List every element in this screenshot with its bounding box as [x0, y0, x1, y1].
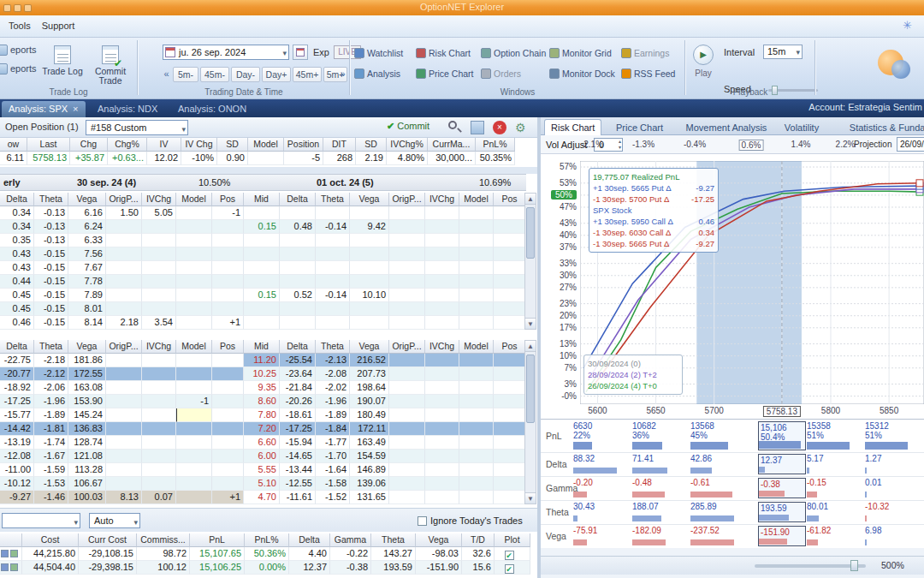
trading-date-input[interactable]: ju. 26 sep. 2024▾	[163, 45, 289, 60]
column-header[interactable]: Vega	[350, 340, 389, 354]
grid-cell[interactable]: -0.15	[34, 316, 68, 330]
grid-cell[interactable]	[389, 275, 425, 289]
grid-cell[interactable]	[212, 477, 244, 491]
grid-cell[interactable]	[494, 450, 526, 463]
grid-cell[interactable]	[425, 302, 459, 316]
grid-cell[interactable]	[280, 316, 316, 330]
time-step-Dayminus[interactable]: Day-	[231, 67, 260, 82]
grid-cell[interactable]: -2.06	[34, 381, 68, 395]
grid-cell[interactable]: -1.53	[34, 477, 68, 491]
grid-cell[interactable]: 0.34	[0, 206, 34, 220]
grid-cell[interactable]	[244, 316, 280, 330]
greek-cell[interactable]: 1.27	[865, 454, 913, 474]
time-step-45mplus[interactable]: 45m+	[293, 67, 322, 82]
grid-cell[interactable]: 207.73	[350, 367, 389, 381]
grid-cell[interactable]	[244, 275, 280, 289]
grid-cell[interactable]	[459, 367, 494, 381]
column-header[interactable]: Pos	[212, 193, 244, 206]
grid-cell[interactable]: -1.81	[34, 422, 68, 436]
grid-cell[interactable]	[459, 247, 494, 261]
column-header[interactable]: Chg%	[108, 138, 147, 152]
greek-cell[interactable]: -0.15	[807, 478, 855, 498]
grid-cell[interactable]	[389, 463, 425, 477]
window-toggle-option-chain[interactable]: Option Chain	[481, 48, 546, 61]
greek-cell[interactable]: -10.32	[865, 502, 913, 522]
window-toggle-analysis[interactable]: Analysis	[354, 69, 400, 81]
grid-cell[interactable]: 7.89	[68, 289, 106, 302]
current-greek-cell[interactable]: 193.59	[758, 502, 806, 522]
grid-cell[interactable]	[176, 436, 212, 450]
grid-cell[interactable]: 180.49	[350, 408, 389, 422]
greek-cell[interactable]: 663022%	[573, 421, 621, 450]
column-header[interactable]: Delta	[0, 340, 34, 354]
grid-cell[interactable]: 106.67	[68, 477, 106, 491]
column-header[interactable]: Model	[176, 193, 212, 206]
grid-cell[interactable]	[212, 220, 244, 234]
grid-cell[interactable]	[316, 234, 350, 247]
grid-cell[interactable]	[459, 395, 494, 408]
grid-cell[interactable]	[389, 491, 425, 504]
grid-cell[interactable]	[494, 367, 526, 381]
grid-cell[interactable]	[244, 261, 280, 275]
grid-cell[interactable]: 7.20	[244, 422, 280, 436]
grid-cell[interactable]: -10.12	[0, 477, 34, 491]
trade-log-button[interactable]: Trade Log	[39, 43, 86, 86]
column-header[interactable]: Curr Cost	[79, 533, 137, 547]
grid-cell[interactable]	[244, 206, 280, 220]
grid-cell[interactable]	[425, 354, 459, 367]
grid-cell[interactable]	[142, 436, 176, 450]
column-header[interactable]: Vega	[68, 193, 106, 206]
table-row[interactable]: 44,504.40-29,398.15100.1215,106.250.00%1…	[0, 561, 530, 575]
interval-select[interactable]: 15m▾	[763, 45, 803, 59]
grid-cell[interactable]: 8.60	[244, 395, 280, 408]
vertical-scrollbar[interactable]: ▲ ▼	[524, 340, 536, 504]
grid-cell[interactable]	[494, 289, 526, 302]
grid-cell[interactable]: 143.27	[371, 547, 416, 561]
grid-cell[interactable]: -0.22	[330, 547, 371, 561]
grid-cell[interactable]	[389, 408, 425, 422]
tab-analysis-ndx[interactable]: Analysis: NDX	[91, 101, 164, 117]
grid-cell[interactable]	[494, 275, 526, 289]
grid-cell[interactable]	[142, 463, 176, 477]
grid-cell[interactable]	[350, 234, 389, 247]
grid-cell[interactable]: -2.12	[34, 367, 68, 381]
grid-cell[interactable]	[494, 477, 526, 491]
grid-cell[interactable]: -0.15	[34, 302, 68, 316]
grid-cell[interactable]: 0.45	[0, 289, 34, 302]
greek-cell[interactable]: -237.52	[690, 526, 738, 546]
grid-cell[interactable]	[316, 316, 350, 330]
grid-cell[interactable]	[176, 381, 212, 395]
grid-cell[interactable]	[106, 436, 142, 450]
table-row[interactable]: 0.43-0.157.67	[0, 261, 244, 275]
table-row[interactable]	[244, 302, 526, 316]
table-row[interactable]: 6.115758.13+35.87+0.63...12.02-10%0.90-5…	[0, 152, 515, 165]
grid-cell[interactable]: 4.80%	[387, 152, 428, 165]
grid-cell[interactable]	[459, 422, 494, 436]
table-row[interactable]: -17.25-1.96153.90-1	[0, 395, 244, 408]
tab-risk-chart[interactable]: Risk Chart	[544, 119, 601, 135]
table-row[interactable]: -14.42-1.81136.83	[0, 422, 244, 436]
grid-cell[interactable]: -0.15	[34, 261, 68, 275]
grid-cell[interactable]: -15.77	[0, 408, 34, 422]
grid-cell[interactable]: 0.48	[280, 220, 316, 234]
grid-cell[interactable]	[176, 450, 212, 463]
grid-cell[interactable]: -10%	[181, 152, 217, 165]
current-greek-cell[interactable]: -151.90	[758, 526, 806, 546]
account-label[interactable]: Account: Estrategia Sentim	[808, 102, 922, 112]
grid-cell[interactable]: 0.45	[0, 302, 34, 316]
grid-cell[interactable]: 15,106.25	[190, 561, 245, 575]
grid-cell[interactable]	[389, 367, 425, 381]
grid-cell[interactable]: 181.86	[68, 354, 106, 367]
column-header[interactable]: Last	[27, 138, 70, 152]
column-header[interactable]: Model	[459, 193, 494, 206]
vertical-scrollbar[interactable]: ▲ ▼	[524, 193, 536, 330]
table-row[interactable]: 0.45-0.158.01	[0, 302, 244, 316]
grid-cell[interactable]: 0.00%	[245, 561, 289, 575]
grid-cell[interactable]	[459, 381, 494, 395]
grid-cell[interactable]	[425, 289, 459, 302]
grid-cell[interactable]: -0.13	[34, 206, 68, 220]
table-row[interactable]: -10.12-1.53106.67	[0, 477, 244, 491]
close-position-icon[interactable]: ×	[493, 121, 506, 134]
grid-cell[interactable]: 9.42	[350, 220, 389, 234]
tab-volatility[interactable]: Volatility	[778, 119, 826, 135]
